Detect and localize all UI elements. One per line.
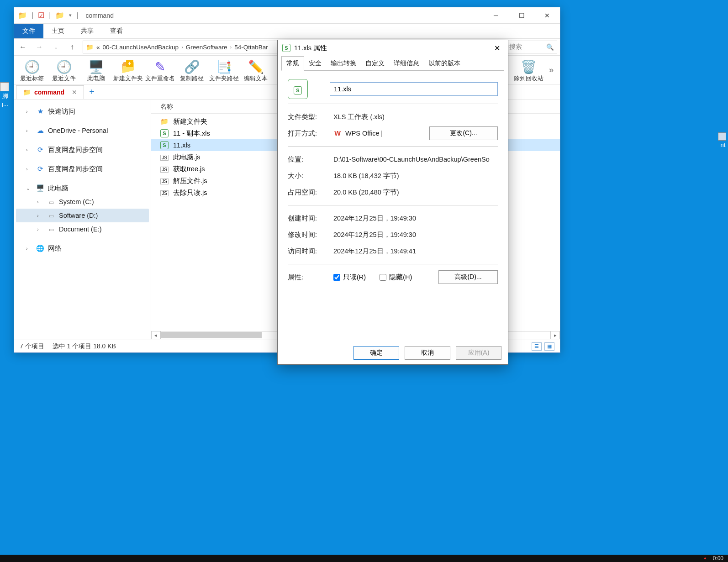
ribbon-tab-share[interactable]: 共享 bbox=[73, 24, 102, 38]
divider bbox=[288, 264, 498, 264]
minimize-button[interactable]: ─ bbox=[483, 8, 509, 23]
ok-button[interactable]: 确定 bbox=[353, 346, 399, 360]
filename-input[interactable] bbox=[330, 82, 498, 96]
add-tab-button[interactable]: + bbox=[86, 86, 98, 98]
dialog-titlebar[interactable]: 11.xls 属性 ✕ bbox=[278, 40, 508, 56]
tab-previous[interactable]: 以前的版本 bbox=[424, 57, 465, 70]
divider bbox=[288, 146, 498, 147]
nav-drive-e[interactable]: › Document (E:) bbox=[16, 222, 149, 236]
tab-custom[interactable]: 自定义 bbox=[361, 57, 389, 70]
scroll-thumb[interactable] bbox=[161, 332, 262, 338]
close-button[interactable]: ✕ bbox=[491, 42, 503, 53]
separator: | bbox=[32, 11, 33, 20]
nav-drive-d[interactable]: › Software (D:) bbox=[16, 209, 149, 222]
desktop-icon-fragment[interactable]: 脚 j... bbox=[0, 82, 10, 107]
edit-icon: ✏️ bbox=[248, 59, 264, 74]
scroll-right-button[interactable]: ▸ bbox=[551, 331, 560, 339]
chevron-right-icon[interactable]: › bbox=[26, 128, 32, 133]
label-disk: 占用空间: bbox=[288, 188, 333, 197]
clock-icon: 🕘 bbox=[56, 59, 72, 74]
readonly-checkbox-input[interactable] bbox=[333, 274, 340, 281]
value-opens-with: WPS Office bbox=[345, 130, 380, 137]
text-cursor-icon: | bbox=[380, 130, 382, 137]
titlebar[interactable]: | ☑ | ▾ | command ─ ☐ ✕ bbox=[14, 7, 560, 24]
folder-icon bbox=[160, 118, 169, 126]
nav-forward-button[interactable]: → bbox=[33, 41, 45, 53]
tab-general[interactable]: 常规 bbox=[281, 56, 304, 71]
toolbar-copy-path[interactable]: 🔗 复制路径 bbox=[176, 56, 208, 84]
change-app-button[interactable]: 更改(C)... bbox=[429, 126, 498, 140]
xls-icon bbox=[282, 44, 290, 52]
advanced-button[interactable]: 高级(D)... bbox=[438, 270, 498, 284]
chevron-down-icon[interactable]: ⌄ bbox=[26, 185, 32, 191]
column-header-name[interactable]: 名称 bbox=[160, 103, 173, 111]
value-location: D:\01-Software\00-CLaunchUseAndBackup\Gr… bbox=[333, 156, 498, 163]
tab-details[interactable]: 详细信息 bbox=[389, 57, 424, 70]
chevron-right-icon[interactable]: › bbox=[26, 147, 32, 152]
nav-baidu-sync2[interactable]: › 百度网盘同步空间 bbox=[16, 162, 149, 176]
desktop-icon-right-fragment[interactable]: nt bbox=[718, 132, 728, 148]
maximize-button[interactable]: ☐ bbox=[509, 8, 534, 23]
nav-up-button[interactable]: ↑ bbox=[66, 41, 78, 53]
search-icon[interactable]: 🔍 bbox=[546, 43, 554, 51]
toolbar-folder-path[interactable]: 📑 文件夹路径 bbox=[208, 56, 240, 84]
ribbon-tab-file[interactable]: 文件 bbox=[14, 24, 43, 38]
nav-drive-c[interactable]: › System (C:) bbox=[16, 195, 149, 209]
toolbar-edit-text[interactable]: ✏️ 编辑文本 bbox=[240, 56, 272, 84]
chevron-right-icon[interactable]: › bbox=[37, 226, 43, 232]
view-details-button[interactable]: ☰ bbox=[532, 342, 542, 351]
nav-history-dropdown[interactable]: ⌄ bbox=[50, 41, 62, 53]
toolbar-overflow-button[interactable]: » bbox=[544, 65, 558, 75]
window-title: command bbox=[85, 12, 113, 19]
nav-onedrive[interactable]: › OneDrive - Personal bbox=[16, 124, 149, 137]
nav-back-button[interactable]: ← bbox=[17, 41, 29, 53]
toolbar-recent-tabs[interactable]: 🕘 最近标签 bbox=[16, 56, 48, 84]
window-controls: ─ ☐ ✕ bbox=[483, 8, 560, 23]
ribbon-tab-home[interactable]: 主页 bbox=[43, 24, 73, 38]
js-icon bbox=[160, 177, 169, 184]
hidden-checkbox[interactable]: 隐藏(H) bbox=[380, 273, 412, 282]
taskbar-indicator-icon: ● bbox=[704, 556, 706, 561]
close-button[interactable]: ✕ bbox=[534, 8, 560, 23]
toolbar-new-folder[interactable]: 📁+ 新建文件夹 bbox=[112, 56, 144, 84]
toolbar-this-pc[interactable]: 🖥️ 此电脑 bbox=[80, 56, 112, 84]
checkbox-icon[interactable]: ☑ bbox=[38, 11, 44, 20]
nav-baidu-sync1[interactable]: › 百度网盘同步空间 bbox=[16, 143, 149, 157]
chevron-right-icon[interactable]: › bbox=[37, 199, 43, 205]
nav-network[interactable]: › 网络 bbox=[16, 242, 149, 255]
toolbar-recent-files[interactable]: 🕘 最近文件 bbox=[48, 56, 80, 84]
breadcrumb-prefix: « bbox=[96, 44, 100, 51]
chevron-right-icon[interactable]: › bbox=[181, 44, 183, 50]
toolbar-rename[interactable]: ✎ 文件重命名 bbox=[144, 56, 176, 84]
toolbar-delete-to-recycle[interactable]: 🗑️ 除到回收站 bbox=[512, 56, 544, 84]
tab-security[interactable]: 安全 bbox=[304, 57, 326, 70]
ribbon-tab-view[interactable]: 查看 bbox=[102, 24, 131, 38]
file-name: 11 - 副本.xls bbox=[173, 129, 210, 138]
desktop-icon-label-2: j... bbox=[2, 100, 8, 107]
breadcrumb-segment[interactable]: GreenSoftware bbox=[186, 44, 227, 51]
readonly-checkbox[interactable]: 只读(R) bbox=[333, 273, 366, 282]
chevron-right-icon[interactable]: › bbox=[26, 166, 32, 172]
divider bbox=[288, 205, 498, 205]
status-item-count: 7 个项目 bbox=[20, 342, 44, 351]
breadcrumb-segment[interactable]: 54-QttabBar bbox=[234, 44, 268, 51]
nav-this-pc[interactable]: ⌄ 此电脑 bbox=[16, 181, 149, 195]
label-created: 创建时间: bbox=[288, 214, 333, 223]
chevron-right-icon[interactable]: › bbox=[37, 213, 43, 218]
breadcrumb-segment[interactable]: 00-CLaunchUseAndBackup bbox=[103, 44, 179, 51]
qat-dropdown-icon[interactable]: ▾ bbox=[69, 12, 72, 18]
close-tab-icon[interactable]: ✕ bbox=[72, 89, 77, 96]
scroll-left-button[interactable]: ◂ bbox=[151, 331, 160, 339]
folder-tab[interactable]: command ✕ bbox=[16, 85, 84, 99]
chevron-right-icon[interactable]: › bbox=[26, 246, 32, 251]
cancel-button[interactable]: 取消 bbox=[405, 346, 450, 360]
nav-quick-access[interactable]: › 快速访问 bbox=[16, 105, 149, 118]
chevron-right-icon[interactable]: › bbox=[230, 44, 232, 50]
hidden-checkbox-input[interactable] bbox=[380, 274, 386, 281]
chevron-right-icon[interactable]: › bbox=[26, 109, 32, 114]
view-icons-button[interactable]: ▦ bbox=[544, 342, 554, 351]
apply-button[interactable]: 应用(A) bbox=[456, 346, 501, 360]
tab-output[interactable]: 输出转换 bbox=[326, 57, 361, 70]
value-created: 2024年12月25日，19:49:30 bbox=[333, 214, 498, 223]
taskbar[interactable]: ● 0:00 bbox=[0, 555, 728, 562]
